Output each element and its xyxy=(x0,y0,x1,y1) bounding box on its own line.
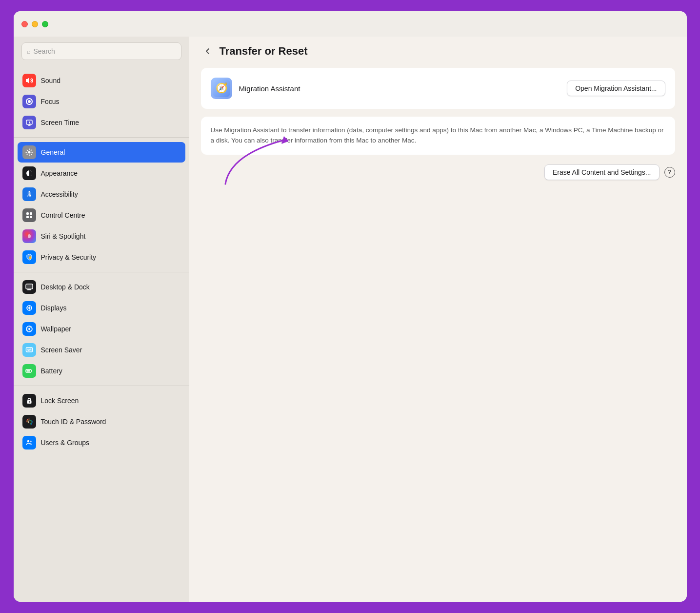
sidebar-item-sound[interactable]: Sound xyxy=(18,70,185,91)
sound-icon xyxy=(22,74,36,87)
sidebar-item-general[interactable]: General xyxy=(18,142,185,163)
divider-2 xyxy=(14,272,189,272)
migration-description-text: Use Migration Assistant to transfer info… xyxy=(211,125,665,146)
screensaver-icon xyxy=(22,343,36,357)
help-button[interactable]: ? xyxy=(664,167,675,178)
back-button[interactable] xyxy=(201,44,215,58)
sidebar-item-desktop[interactable]: Desktop & Dock xyxy=(18,277,185,297)
lockscreen-icon xyxy=(22,394,36,408)
svg-rect-20 xyxy=(26,370,30,372)
screensaver-label: Screen Saver xyxy=(41,346,82,354)
touchid-label: Touch ID & Password xyxy=(41,418,106,426)
sidebar-item-wallpaper[interactable]: Wallpaper xyxy=(18,319,185,339)
desktop-label: Desktop & Dock xyxy=(41,283,90,291)
users-label: Users & Groups xyxy=(41,439,90,447)
sidebar-item-users[interactable]: Users & Groups xyxy=(18,432,185,453)
sidebar-section-top: Sound Focus xyxy=(14,68,189,135)
migration-left: 🧭 Migration Assistant xyxy=(211,78,300,99)
svg-rect-12 xyxy=(26,285,32,288)
svg-rect-7 xyxy=(30,216,32,218)
search-box[interactable]: ⌕ Search xyxy=(21,42,181,60)
svg-rect-11 xyxy=(27,289,31,290)
svg-rect-6 xyxy=(26,216,29,218)
screentime-icon xyxy=(22,116,36,129)
content-area: ⌕ Search Sound xyxy=(14,37,687,602)
main-window: ⌕ Search Sound xyxy=(14,11,687,602)
sidebar-item-displays[interactable]: Displays xyxy=(18,298,185,318)
traffic-lights xyxy=(21,21,48,27)
sidebar-section-display: Desktop & Dock Displays xyxy=(14,274,189,384)
displays-icon xyxy=(22,301,36,315)
lockscreen-label: Lock Screen xyxy=(41,397,79,405)
sidebar-item-siri[interactable]: Siri & Spotlight xyxy=(18,226,185,246)
sidebar-item-screentime[interactable]: Screen Time xyxy=(18,112,185,133)
divider-1 xyxy=(14,137,189,138)
sidebar-item-controlcentre[interactable]: Control Centre xyxy=(18,205,185,225)
page-title: Transfer or Reset xyxy=(220,45,308,58)
appearance-icon xyxy=(22,166,36,180)
privacy-icon: ✋ xyxy=(22,250,36,264)
screentime-label: Screen Time xyxy=(41,119,80,126)
minimize-button[interactable] xyxy=(32,21,38,27)
migration-description-card: Use Migration Assistant to transfer info… xyxy=(201,117,675,155)
sidebar-item-screensaver[interactable]: Screen Saver xyxy=(18,340,185,360)
sidebar-item-battery[interactable]: Battery xyxy=(18,361,185,381)
main-header: Transfer or Reset xyxy=(189,37,687,68)
svg-text:✋: ✋ xyxy=(28,255,32,260)
focus-label: Focus xyxy=(41,98,60,105)
wallpaper-label: Wallpaper xyxy=(41,325,72,333)
search-container: ⌕ Search xyxy=(14,37,189,68)
sidebar-section-security: Lock Screen Touch ID & Password xyxy=(14,388,189,455)
search-icon: ⌕ xyxy=(27,48,31,55)
search-placeholder: Search xyxy=(34,47,55,55)
displays-label: Displays xyxy=(41,304,67,312)
sidebar-item-privacy[interactable]: ✋ Privacy & Security xyxy=(18,247,185,267)
controlcentre-icon xyxy=(22,208,36,222)
accessibility-icon xyxy=(22,187,36,201)
sidebar-item-lockscreen[interactable]: Lock Screen xyxy=(18,390,185,411)
migration-assistant-icon: 🧭 xyxy=(211,78,232,99)
battery-label: Battery xyxy=(41,367,62,375)
sidebar: ⌕ Search Sound xyxy=(14,37,189,602)
general-label: General xyxy=(41,148,65,156)
title-bar xyxy=(14,11,687,37)
sound-label: Sound xyxy=(41,77,60,84)
sidebar-section-settings: General Appearance xyxy=(14,140,189,270)
erase-content-button[interactable]: Erase All Content and Settings... xyxy=(544,164,660,180)
open-migration-button[interactable]: Open Migration Assistant... xyxy=(567,81,665,96)
svg-point-24 xyxy=(30,441,32,443)
controlcentre-label: Control Centre xyxy=(41,211,85,219)
siri-icon xyxy=(22,229,36,243)
main-content: Transfer or Reset xyxy=(189,37,687,602)
svg-point-8 xyxy=(28,234,31,238)
main-body: 🧭 Migration Assistant Open Migration Ass… xyxy=(189,68,687,602)
privacy-label: Privacy & Security xyxy=(41,253,97,261)
svg-point-16 xyxy=(28,328,30,330)
siri-label: Siri & Spotlight xyxy=(41,232,86,240)
touchid-icon xyxy=(22,415,36,429)
svg-point-22 xyxy=(28,401,29,402)
svg-point-1 xyxy=(28,151,30,154)
svg-text:🧭: 🧭 xyxy=(215,82,227,94)
sidebar-item-focus[interactable]: Focus xyxy=(18,91,185,112)
sidebar-item-appearance[interactable]: Appearance xyxy=(18,163,185,184)
battery-icon xyxy=(22,364,36,378)
divider-3 xyxy=(14,386,189,386)
accessibility-label: Accessibility xyxy=(41,190,78,198)
svg-point-3 xyxy=(28,191,30,193)
svg-rect-4 xyxy=(26,212,29,215)
general-icon xyxy=(22,145,36,159)
sidebar-item-accessibility[interactable]: Accessibility xyxy=(18,184,185,204)
close-button[interactable] xyxy=(21,21,28,27)
focus-icon xyxy=(22,95,36,108)
erase-section: Erase All Content and Settings... ? xyxy=(201,164,675,180)
svg-point-23 xyxy=(27,440,29,442)
maximize-button[interactable] xyxy=(42,21,48,27)
appearance-label: Appearance xyxy=(41,169,78,177)
desktop-icon xyxy=(22,280,36,294)
wallpaper-icon xyxy=(22,322,36,336)
sidebar-item-touchid[interactable]: Touch ID & Password xyxy=(18,411,185,432)
migration-card: 🧭 Migration Assistant Open Migration Ass… xyxy=(201,68,675,109)
users-icon xyxy=(22,436,36,450)
migration-title: Migration Assistant xyxy=(239,84,300,93)
